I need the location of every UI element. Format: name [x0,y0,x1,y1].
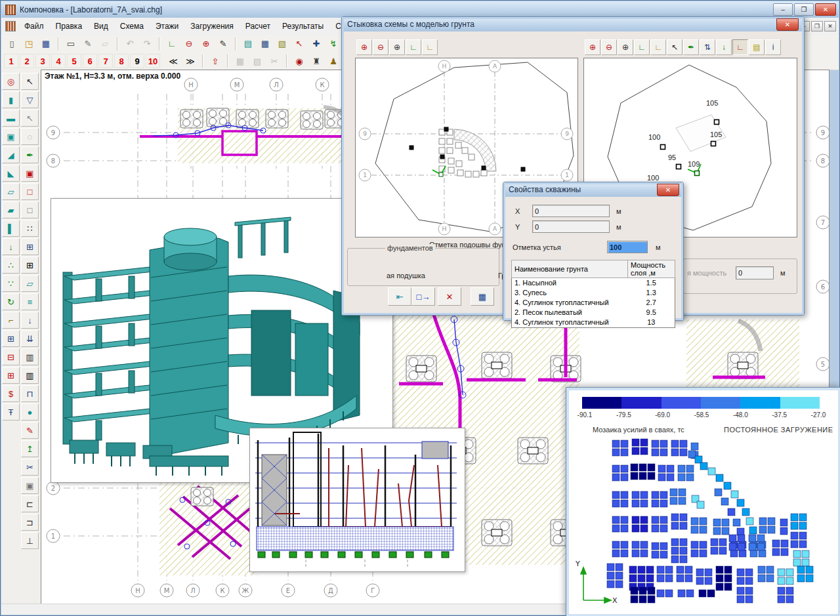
delete-button[interactable]: ✕ [438,287,461,306]
add-box-icon[interactable]: ▣ [2,128,20,145]
borehole-point[interactable] [521,167,525,171]
formwork-icon[interactable]: ♜ [308,53,324,69]
grid-add-icon[interactable]: ▦ [232,53,248,69]
zoom-in-icon[interactable]: ⊕ [585,39,600,55]
floor-button[interactable]: 1 [4,54,18,68]
axes-icon[interactable]: ∟ [164,36,180,52]
palette-icon[interactable]: ▤ [749,39,765,55]
redo-icon[interactable]: ↷ [139,36,155,52]
soil-layer-row[interactable]: 1. Насыпной 1.5 [512,278,675,289]
table-results-icon[interactable]: ⊟ [2,348,20,365]
x-field[interactable] [532,205,610,217]
well-properties-dialog[interactable]: Свойства скважины ✕ X м Y м Отметка усть… [503,182,684,321]
down-icon[interactable]: ↓ [716,39,732,55]
add-pile-icon[interactable]: ▌ [2,220,20,237]
concrete-lock-icon[interactable]: ◉ [291,53,307,69]
add-wall-icon[interactable]: ▱ [2,183,20,200]
rect-icon[interactable]: □ [21,201,39,218]
four-squares-icon[interactable]: ∷ [21,220,39,237]
new-file-icon[interactable]: ▯ [4,36,20,52]
pencil-icon[interactable]: ✎ [215,36,231,52]
app-titlebar[interactable]: Компоновка - [Laboratorni_7A_svai.chg] ‒… [1,1,839,18]
add-select-icon[interactable]: ↖ [21,110,39,127]
apply-button[interactable]: □→ [411,287,435,306]
window-grid-dark-icon[interactable]: ⊞ [21,257,39,274]
lasso-icon[interactable]: ◌ [21,128,39,145]
prev-floors-button[interactable]: ≪ [165,53,181,69]
menu-item[interactable]: Этажи [150,19,184,33]
y-field[interactable] [532,220,610,233]
axes-rotate-icon[interactable]: ∟ [650,39,666,55]
min-thickness-field[interactable] [736,266,774,279]
save-ground-button[interactable]: ▦ [471,287,494,306]
dialog-close-button[interactable]: ✕ [776,18,799,31]
grid-icon[interactable]: ▦ [257,36,273,52]
zoom-in-icon[interactable]: ⊕ [198,36,214,52]
open-file-icon[interactable]: ◳ [21,36,37,52]
floor-button[interactable]: 4 [51,54,66,68]
menu-item[interactable]: Файл [18,19,50,33]
worker-icon[interactable]: ♟ [326,53,341,69]
elevation-window[interactable] [249,428,465,572]
rect-filled-icon[interactable]: ▣ [21,165,39,182]
well-mode-icon[interactable]: ∟ [732,39,748,55]
borehole-point[interactable] [410,146,413,150]
menu-item[interactable]: Расчет [240,19,276,33]
red-pencil-icon[interactable]: ✎ [21,422,39,439]
antenna-icon[interactable]: ⊥ [21,532,39,549]
measure-icon[interactable]: ✎ [80,36,96,52]
pile-forces-window[interactable]: -90.1-79.5-69.0-58.5-48.0-37.5-27.0 Моза… [566,387,840,616]
floor-button[interactable]: 3 [35,54,50,68]
rect-red-icon[interactable]: □ [21,183,39,200]
axes-xy-icon[interactable]: ∟ [406,39,421,55]
info-icon[interactable]: i [765,39,781,55]
recycle-icon[interactable]: ↻ [2,293,20,310]
axes-rotate-icon[interactable]: ∟ [422,39,438,55]
selected-borehole-point[interactable] [439,173,443,176]
floor-button[interactable]: 7 [98,54,113,68]
scissors-icon[interactable]: ✂ [21,459,39,476]
two-plates-icon[interactable]: ▥ [21,348,39,365]
floor-button[interactable]: 2 [20,54,34,68]
menu-item[interactable]: Правка [50,19,89,33]
dropper-icon[interactable]: ✒ [683,39,699,55]
send-down-icon[interactable]: ↯ [326,36,341,52]
mouth-elevation-field[interactable] [607,241,648,253]
zoom-out-icon[interactable]: ⊖ [601,39,617,55]
clip-region-icon[interactable]: ▧ [274,36,290,52]
soil-layer-row[interactable]: 4. Суглинок тугопластичный 13 [512,318,675,328]
menu-item[interactable]: Загружения [184,19,240,33]
plates-stack-icon[interactable]: ≡ [21,293,39,310]
add-ramp-icon[interactable]: ◢ [2,146,20,163]
floor-button[interactable]: 10 [146,54,160,68]
plate-right-icon[interactable]: ⊐ [21,514,39,531]
storeys-up-icon[interactable]: ⇧ [207,53,223,69]
copy-floor-icon[interactable]: ◎ [2,73,20,90]
zoom-extents-icon[interactable]: ⊕ [618,39,633,55]
add-slab-icon[interactable]: ▰ [2,201,20,218]
grid-edit-icon[interactable]: ▧ [249,53,265,69]
borehole-point[interactable] [444,127,448,131]
floor-button[interactable]: 5 [67,54,81,68]
plate-icon[interactable]: ▱ [21,275,39,292]
plate-left-icon[interactable]: ⊏ [21,495,39,512]
borehole-point[interactable] [440,155,444,159]
pile-driver-icon[interactable]: Ŧ [2,403,20,421]
axes-xy-icon[interactable]: ∟ [634,39,650,55]
borehole-point[interactable] [482,166,486,170]
floor-button[interactable]: 9 [130,54,144,68]
pan-icon[interactable]: ✚ [308,36,324,52]
soil-layer-row[interactable]: 3. Супесь 1.3 [512,288,675,298]
window-grid-icon[interactable]: ⊞ [21,238,39,255]
money-table-icon[interactable]: $ [2,385,20,402]
mdi-close-button[interactable]: ✕ [824,21,836,31]
arrow-down-icon[interactable]: ↓ [21,312,39,329]
well-dialog-close-button[interactable]: ✕ [657,184,679,196]
menu-item[interactable]: Вид [88,19,114,33]
select-cursor-icon[interactable]: ↖ [21,73,39,90]
zoom-out-icon[interactable]: ⊖ [373,39,388,55]
undo-icon[interactable]: ↶ [122,36,138,52]
pick-cursor-icon[interactable]: ↖ [291,36,307,52]
minimize-button[interactable]: ‒ [773,3,793,16]
close-button[interactable]: ✕ [815,3,836,16]
